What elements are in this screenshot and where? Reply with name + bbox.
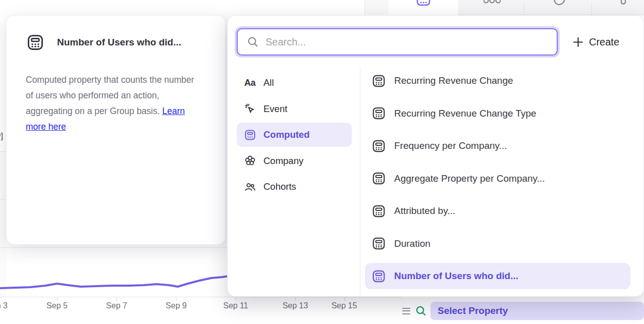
property-info-tooltip: Number of Users who did... Computed prop… <box>6 15 226 245</box>
property-item-label: Number of Users who did... <box>394 271 518 282</box>
create-button-label: Create <box>589 36 619 48</box>
funnel-tab-icon <box>620 0 627 6</box>
property-item-label: Aggregate Property per Company... <box>394 173 545 184</box>
tab-active-chart-type[interactable] <box>389 0 458 15</box>
x-axis-label: Sep 3 <box>0 301 8 310</box>
property-item[interactable]: Frequency per Company... <box>365 133 630 159</box>
clipped-left-panel: y] <box>0 15 6 298</box>
search-icon <box>247 36 259 48</box>
search-box <box>237 28 558 56</box>
property-item[interactable]: Duration <box>365 231 630 257</box>
calculator-icon <box>372 106 386 120</box>
category-label: All <box>263 77 274 88</box>
panel-gap <box>365 0 389 15</box>
cursor-spark-icon <box>244 103 256 115</box>
drag-handle-icon[interactable] <box>402 308 410 314</box>
property-item-selected[interactable]: Number of Users who did... <box>365 263 630 289</box>
category-cohorts[interactable]: Cohorts <box>237 175 352 199</box>
category-event[interactable]: Event <box>237 97 352 121</box>
x-axis-label: Sep 9 <box>166 301 187 310</box>
tab-funnel-chart[interactable] <box>592 0 644 15</box>
category-label: Company <box>263 155 303 167</box>
x-axis-label: Sep 13 <box>283 301 308 310</box>
category-company[interactable]: Company <box>237 149 352 173</box>
category-label: Event <box>263 103 287 115</box>
active-tab-icon <box>416 0 431 6</box>
search-input[interactable] <box>265 36 538 48</box>
property-item[interactable]: Recurring Revenue Change <box>365 68 630 94</box>
query-builder-row: Select Property <box>394 301 644 321</box>
x-axis-line <box>0 297 401 297</box>
category-label: Computed <box>263 129 309 140</box>
property-item-label: Frequency per Company... <box>394 140 507 151</box>
x-axis-label: Sep 5 <box>46 301 68 310</box>
row-divider <box>0 151 6 152</box>
property-item[interactable]: Recurring Revenue Change Type <box>365 100 630 127</box>
panel-divider <box>360 68 360 296</box>
select-property-label: Select Property <box>438 305 508 316</box>
axis-tick <box>236 297 236 301</box>
company-icon <box>244 155 256 167</box>
calculator-icon <box>372 172 386 185</box>
category-label: Cohorts <box>263 181 296 192</box>
tooltip-title: Number of Users who did... <box>57 37 181 48</box>
property-item-label: Duration <box>394 238 431 249</box>
people-icon <box>244 181 256 193</box>
axis-tick <box>176 297 177 301</box>
section-divider <box>0 247 228 248</box>
property-item[interactable]: Aggregate Property per Company... <box>365 166 630 192</box>
left-panel-shade <box>0 152 6 298</box>
category-computed[interactable]: Computed <box>237 123 352 147</box>
property-item-label: Attributed by... <box>394 205 455 217</box>
x-axis-label: Sep 7 <box>106 301 127 310</box>
plus-icon <box>573 37 583 47</box>
x-axis-label: Sep 11 <box>223 301 248 310</box>
create-button[interactable]: Create <box>573 28 619 56</box>
category-all[interactable]: Aa All <box>237 71 352 95</box>
property-item-label: Recurring Revenue Change <box>394 75 513 86</box>
axis-tick <box>117 297 117 301</box>
axis-tick <box>295 297 296 301</box>
calculator-icon <box>372 269 386 283</box>
calculator-icon <box>244 129 256 141</box>
calculator-icon <box>27 34 44 51</box>
calculator-icon <box>372 237 386 250</box>
property-item-label: Recurring Revenue Change Type <box>394 108 536 119</box>
x-axis-label: Sep 15 <box>332 301 357 310</box>
row-divider <box>0 199 6 200</box>
calculator-icon <box>372 74 386 88</box>
chart-type-tabbar <box>389 0 644 15</box>
tooltip-description: Computed property that counts the number… <box>26 72 195 135</box>
chart-line-series <box>0 275 235 288</box>
tab-bar-chart[interactable] <box>458 0 524 15</box>
bar-chart-tab-icon <box>484 0 501 6</box>
axis-tick <box>344 297 345 301</box>
property-item[interactable]: Attributed by... <box>365 198 630 224</box>
retention-tab-icon <box>553 0 566 7</box>
clipped-row-text: y] <box>0 131 3 141</box>
property-search-icon[interactable] <box>415 305 427 317</box>
select-property-field[interactable]: Select Property <box>431 302 644 320</box>
app-screen: y] Sep 3 Sep 5 Sep 7 Sep 9 Sep 11 Sep 13… <box>0 0 644 324</box>
tab-retention-chart[interactable] <box>524 0 592 15</box>
property-list: Recurring Revenue Change Recurring Reven… <box>365 68 630 296</box>
calculator-icon <box>372 204 386 218</box>
property-picker-panel: Create Aa All Event <box>227 15 644 297</box>
aa-text-icon: Aa <box>244 78 256 88</box>
axis-tick <box>57 297 58 301</box>
calculator-icon <box>372 139 386 153</box>
category-sidebar: Aa All Event <box>237 71 352 201</box>
